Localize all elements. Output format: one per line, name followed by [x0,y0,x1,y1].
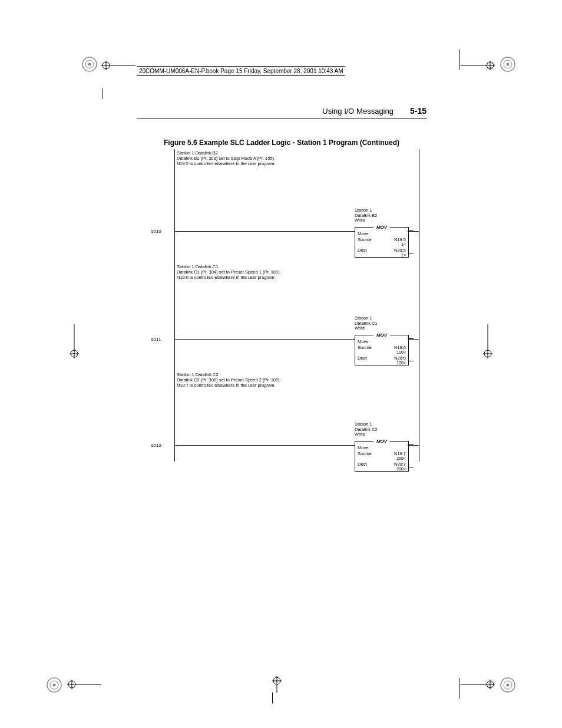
page-number: 5-15 [410,106,427,116]
guide-line [272,693,273,703]
mov-dest-sub: 1< [355,253,408,258]
mov-title: MOV [373,332,390,338]
mov-dest-val: N20:5 [394,248,406,253]
rung-line [408,445,419,446]
mov-source-val: N19:5 [394,237,406,242]
rung-line [174,339,355,340]
running-head: Using I/O Messaging 5-15 [137,106,427,118]
rung-comment: Station 1 Datalink C2 Datalink C2 (Pr. 3… [177,372,281,388]
crosshair-icon [272,675,282,695]
mov-dest-sub: 100< [355,361,408,365]
mov-source-sub: 200< [355,456,408,461]
svg-point-2 [88,63,91,66]
mov-dest-sub: 200< [355,467,408,472]
ladder-diagram: Station 1 Datalink B2 Datalink B2 (Pr. 3… [166,149,419,462]
guide-line [459,678,460,699]
mov-source-label: Source [358,237,372,242]
mov-dest-val: N20:7 [394,462,406,467]
mov-dest-label: Dest [358,462,366,467]
mov-title: MOV [373,225,390,230]
mov-move: Move [358,445,368,450]
crosshair-icon [483,324,492,362]
rung-number: 0010 [151,229,161,234]
crosshair-icon [461,680,496,691]
box-stub [409,253,414,253]
left-rail [174,149,175,462]
guide-line [102,88,103,99]
mov-source-val: N19:7 [394,451,406,456]
rung-comment: Station 1 Datalink C1 Datalink C1 (Pr. 3… [177,264,281,280]
mov-dest-val: N20:6 [394,355,406,361]
guide-line [459,50,460,70]
mov-dest-label: Dest [358,248,366,253]
right-rail [419,149,419,462]
rung-line [174,445,355,446]
crop-circle-tr [500,56,516,75]
mov-source-val: N19:6 [394,345,406,350]
box-stub [409,361,414,361]
mov-header-label: Station 1 Datalink C2 Write [355,422,378,437]
mov-header-label: Station 1 Datalink B2 Write [355,208,377,223]
page-content: Using I/O Messaging 5-15 Figure 5.6 Exam… [137,106,427,462]
mov-move: Move [358,231,368,236]
mov-instruction: MOV Move SourceN19:5 1< DestN20:5 1< [355,227,409,258]
chapter-title: Using I/O Messaging [322,107,394,116]
crop-circle-bl [46,677,62,696]
figure-caption: Figure 5.6 Example SLC Ladder Logic - St… [137,139,427,147]
box-stub [409,467,414,467]
crosshair-icon [461,61,496,73]
svg-point-5 [507,63,510,66]
rung-line [174,231,355,232]
mov-instruction: MOV Move SourceN19:6 100< DestN20:6 100< [355,335,409,365]
mov-source-label: Source [358,345,372,350]
crop-circle-tl [81,56,98,75]
svg-point-11 [507,684,510,687]
mov-dest-label: Dest [358,355,366,361]
crosshair-icon [66,680,101,691]
crop-circle-br [500,677,516,696]
book-header: 20COMM-UM006A-EN-P.book Page 15 Friday, … [137,66,345,76]
crosshair-icon [70,324,79,362]
mov-title: MOV [373,439,390,444]
mov-move: Move [358,339,368,344]
rung-number: 0012 [151,443,161,448]
mov-source-sub: 1< [355,242,408,247]
mov-header-label: Station 1 Datalink C1 Write [355,316,378,331]
mov-source-sub: 100< [355,350,408,355]
mov-source-label: Source [358,451,372,456]
rung-comment: Station 1 Datalink B2 Datalink B2 (Pr. 3… [177,150,276,166]
crosshair-icon [100,61,135,73]
rung-line [408,339,419,340]
rung-line [408,231,419,232]
mov-instruction: MOV Move SourceN19:7 200< DestN20:7 200< [355,441,409,472]
svg-point-8 [53,684,56,687]
rung-number: 0011 [151,337,161,342]
